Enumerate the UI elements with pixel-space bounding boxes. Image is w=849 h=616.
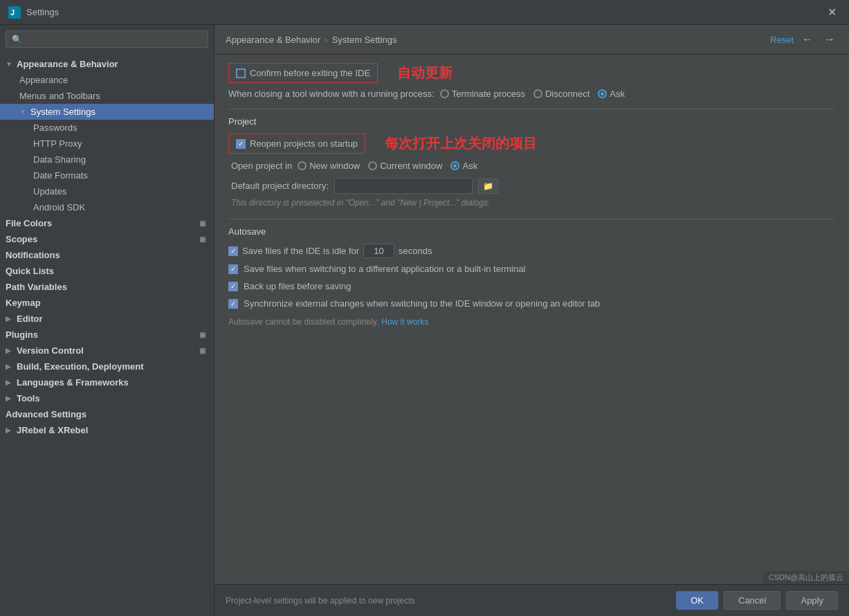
search-box[interactable]: 🔍 xyxy=(6,30,208,48)
how-it-works-link[interactable]: How it works xyxy=(381,317,428,327)
scopes-icon: ▣ xyxy=(199,235,206,243)
titlebar: J Settings ✕ xyxy=(0,0,849,25)
sidebar-item-menus-toolbars[interactable]: Menus and Toolbars xyxy=(0,88,214,104)
ask-project-radio-btn[interactable] xyxy=(450,161,459,170)
footer-note: Project-level settings will be applied t… xyxy=(226,596,676,606)
save-switch-row: Save files when switching to a different… xyxy=(228,264,835,274)
sidebar-item-advanced-settings[interactable]: Advanced Settings xyxy=(0,406,214,422)
sidebar-item-path-variables[interactable]: Path Variables xyxy=(0,279,214,295)
sidebar-item-build[interactable]: ▶ Build, Execution, Deployment xyxy=(0,359,214,374)
sidebar-item-quick-lists[interactable]: Quick Lists xyxy=(0,263,214,279)
project-section: Project Reopen projects on startup 每次打开上… xyxy=(228,116,835,208)
tree-arrow-appearance: ▼ xyxy=(6,60,14,68)
ask-radio[interactable]: Ask xyxy=(598,89,625,99)
terminate-radio[interactable]: Terminate process xyxy=(440,89,525,99)
sidebar-item-editor[interactable]: ▶ Editor xyxy=(0,311,214,327)
sidebar-tree: ▼ Appearance & Behavior Appearance Menus… xyxy=(0,53,214,616)
sidebar-item-languages[interactable]: ▶ Languages & Frameworks xyxy=(0,374,214,390)
save-idle-label1: Save files if the IDE is idle for xyxy=(242,246,359,256)
svg-text:J: J xyxy=(10,8,15,17)
autosave-note-text: Autosave cannot be disabled completely. xyxy=(228,317,378,327)
apply-button[interactable]: Apply xyxy=(786,591,838,610)
ok-button[interactable]: OK xyxy=(676,591,718,610)
backup-checkbox[interactable] xyxy=(228,282,238,291)
reset-button[interactable]: Reset xyxy=(770,35,794,45)
sidebar-item-android-sdk[interactable]: Android SDK xyxy=(0,199,214,215)
confirm-exit-row: Confirm before exiting the IDE 自动更新 xyxy=(228,63,835,83)
ask-project-label: Ask xyxy=(462,161,477,171)
tool-window-label: When closing a tool window with a runnin… xyxy=(228,89,435,99)
save-switch-checkbox[interactable] xyxy=(228,264,238,274)
save-idle-row: Save files if the IDE is idle for second… xyxy=(228,244,835,258)
confirm-exit-highlight: Confirm before exiting the IDE xyxy=(228,63,378,83)
open-project-radio-group: New window Current window Ask xyxy=(298,161,477,171)
breadcrumb-parent[interactable]: Appearance & Behavior xyxy=(226,35,320,45)
content-body: Confirm before exiting the IDE 自动更新 When… xyxy=(214,55,849,584)
header-actions: Reset ← → xyxy=(770,32,838,47)
autosave-section-title: Autosave xyxy=(228,226,835,237)
sidebar-item-system-settings[interactable]: ▼ System Settings xyxy=(0,104,214,120)
breadcrumb-current: System Settings xyxy=(332,35,397,45)
sidebar-item-passwords[interactable]: Passwords xyxy=(0,120,214,136)
default-dir-input[interactable] xyxy=(334,178,473,194)
back-button[interactable]: ← xyxy=(799,32,816,47)
search-input[interactable] xyxy=(26,34,202,44)
tree-arrow-build: ▶ xyxy=(6,363,14,370)
sidebar-item-data-sharing[interactable]: Data Sharing xyxy=(0,152,214,167)
sync-label: Synchronize external changes when switch… xyxy=(244,298,600,309)
new-window-radio-btn[interactable] xyxy=(298,161,307,170)
annotation-reopen: 每次打开上次关闭的项目 xyxy=(385,134,537,153)
sidebar-item-http-proxy[interactable]: HTTP Proxy xyxy=(0,136,214,152)
sidebar-item-tools[interactable]: ▶ Tools xyxy=(0,390,214,406)
idle-seconds-input[interactable] xyxy=(363,244,394,258)
window-title: Settings xyxy=(26,7,823,17)
current-window-radio[interactable]: Current window xyxy=(368,161,442,171)
current-window-radio-btn[interactable] xyxy=(368,161,377,170)
ask-radio-btn[interactable] xyxy=(598,89,607,98)
sidebar-item-notifications[interactable]: Notifications xyxy=(0,247,214,263)
backup-row: Back up files before saving xyxy=(228,281,835,291)
autosave-note: Autosave cannot be disabled completely. … xyxy=(228,317,835,327)
annotation-autoupdate: 自动更新 xyxy=(397,64,453,82)
sidebar-item-jrebel[interactable]: ▶ JRebel & XRebel xyxy=(0,422,214,438)
tree-arrow-languages: ▶ xyxy=(6,379,14,386)
default-dir-label: Default project directory: xyxy=(231,181,329,191)
sidebar-item-file-colors[interactable]: File Colors ▣ xyxy=(0,215,214,231)
sidebar-item-scopes[interactable]: Scopes ▣ xyxy=(0,231,214,247)
project-section-title: Project xyxy=(228,116,835,127)
reopen-checkbox[interactable] xyxy=(236,139,246,149)
terminate-radio-btn[interactable] xyxy=(440,89,449,98)
sidebar-item-appearance[interactable]: Appearance xyxy=(0,72,214,88)
new-window-radio[interactable]: New window xyxy=(298,161,360,171)
sidebar-item-date-formats[interactable]: Date Formats xyxy=(0,167,214,183)
divider-1 xyxy=(228,109,835,109)
main-layout: 🔍 ▼ Appearance & Behavior Appearance Men… xyxy=(0,25,849,616)
confirm-exit-checkbox[interactable] xyxy=(236,69,246,78)
save-idle-checkbox[interactable] xyxy=(228,246,238,256)
sidebar-item-updates[interactable]: Updates xyxy=(0,183,214,199)
reopen-label: Reopen projects on startup xyxy=(250,138,358,149)
sidebar-item-plugins[interactable]: Plugins ▣ xyxy=(0,327,214,343)
cancel-button[interactable]: Cancel xyxy=(724,591,780,610)
sidebar-item-appearance-behavior[interactable]: ▼ Appearance & Behavior xyxy=(0,56,214,72)
ask-label: Ask xyxy=(610,89,625,99)
tree-arrow-system: ▼ xyxy=(19,108,28,116)
disconnect-radio[interactable]: Disconnect xyxy=(533,89,590,99)
tree-arrow-vc: ▶ xyxy=(6,347,14,354)
tree-arrow-editor: ▶ xyxy=(6,315,14,323)
dir-browse-button[interactable]: 📁 xyxy=(478,179,498,194)
forward-button[interactable]: → xyxy=(821,32,838,47)
sidebar: 🔍 ▼ Appearance & Behavior Appearance Men… xyxy=(0,25,214,616)
content-header: Appearance & Behavior › System Settings … xyxy=(214,25,849,55)
disconnect-label: Disconnect xyxy=(545,89,590,99)
disconnect-radio-btn[interactable] xyxy=(533,89,542,98)
terminate-label: Terminate process xyxy=(452,89,525,99)
reopen-highlight: Reopen projects on startup xyxy=(228,134,365,154)
close-button[interactable]: ✕ xyxy=(823,4,841,20)
autosave-section: Autosave Save files if the IDE is idle f… xyxy=(228,226,835,327)
sidebar-item-keymap[interactable]: Keymap xyxy=(0,295,214,311)
sidebar-item-version-control[interactable]: ▶ Version Control ▣ xyxy=(0,343,214,359)
footer-actions: OK Cancel Apply xyxy=(676,591,838,610)
sync-checkbox[interactable] xyxy=(228,299,238,309)
ask-project-radio[interactable]: Ask xyxy=(450,161,477,171)
